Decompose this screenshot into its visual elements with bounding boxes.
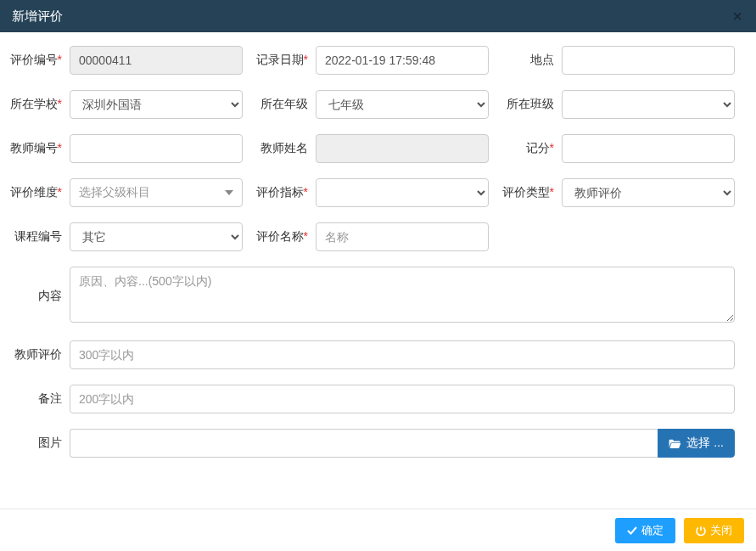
confirm-label: 确定 (641, 523, 664, 538)
dimension-combo[interactable]: 选择父级科目 (70, 178, 243, 207)
form-body: 评价编号* 记录日期* 地点 所在学校* 深圳外国语 所在年级 七年级 所在班级… (0, 32, 756, 458)
label-class: 所在班级 (501, 97, 562, 112)
choose-file-label: 选择 ... (686, 436, 724, 451)
file-path-display (70, 429, 658, 458)
dimension-placeholder: 选择父级科目 (79, 185, 150, 200)
eval-name-input[interactable] (316, 222, 489, 251)
label-grade: 所在年级 (255, 97, 316, 112)
label-teacher-no: 教师编号* (8, 141, 70, 156)
record-date-input[interactable] (316, 46, 489, 75)
choose-file-button[interactable]: 选择 ... (658, 429, 735, 458)
school-select[interactable]: 深圳外国语 (70, 90, 243, 119)
eval-no-input (70, 46, 243, 75)
score-input[interactable] (562, 134, 735, 163)
teacher-name-input (316, 134, 489, 163)
eval-type-select[interactable]: 教师评价 (562, 178, 735, 207)
teacher-no-input[interactable] (70, 134, 243, 163)
location-input[interactable] (562, 46, 735, 75)
chevron-down-icon (225, 190, 233, 195)
label-eval-no: 评价编号* (8, 53, 70, 68)
label-record-date: 记录日期* (255, 53, 316, 68)
close-button[interactable]: 关闭 (684, 518, 744, 543)
modal-footer: 确定 关闭 (0, 509, 756, 551)
teacher-eval-input[interactable] (70, 340, 735, 369)
label-location: 地点 (501, 53, 562, 68)
indicator-select[interactable] (316, 178, 489, 207)
label-school: 所在学校* (8, 97, 70, 112)
modal-header: 新增评价 × (0, 0, 756, 32)
class-select[interactable] (562, 90, 735, 119)
close-icon[interactable]: × (727, 0, 748, 32)
modal-title: 新增评价 (12, 8, 63, 23)
label-eval-type: 评价类型* (501, 185, 562, 200)
close-label: 关闭 (710, 523, 732, 538)
label-content: 内容 (8, 289, 70, 304)
label-remark: 备注 (8, 391, 70, 407)
label-picture: 图片 (8, 436, 70, 451)
label-indicator: 评价指标* (255, 185, 316, 200)
content-textarea[interactable] (70, 267, 735, 323)
check-icon (627, 526, 637, 535)
label-teacher-eval: 教师评价 (8, 347, 70, 363)
label-score: 记分* (501, 141, 562, 156)
label-course-no: 课程编号 (8, 229, 70, 245)
label-dimension: 评价维度* (8, 185, 70, 200)
power-icon (696, 526, 706, 536)
folder-open-icon (669, 438, 681, 448)
label-teacher-name: 教师姓名 (255, 141, 316, 156)
label-eval-name: 评价名称* (255, 229, 316, 245)
remark-input[interactable] (70, 385, 735, 413)
grade-select[interactable]: 七年级 (316, 90, 489, 119)
confirm-button[interactable]: 确定 (615, 518, 675, 543)
course-no-select[interactable]: 其它 (70, 222, 243, 251)
